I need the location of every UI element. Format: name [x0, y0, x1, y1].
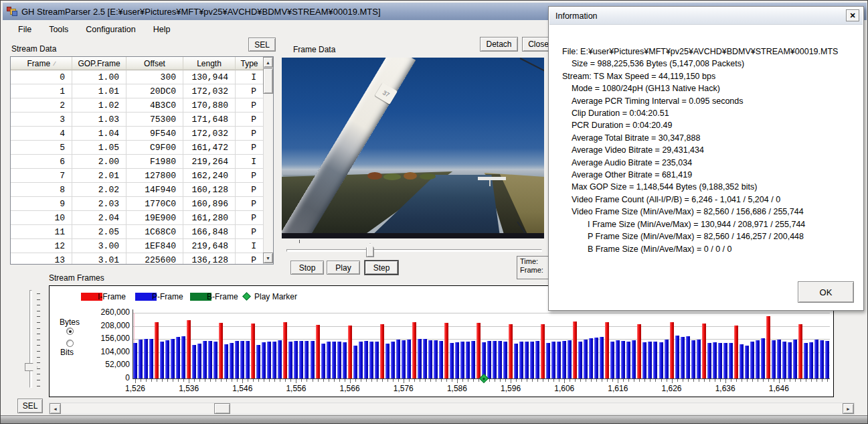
- frame-bar: [584, 340, 588, 378]
- table-row[interactable]: 11.0120DC0172,032P: [11, 84, 273, 98]
- play-button[interactable]: Play: [327, 261, 360, 275]
- info-line: File: E:¥user¥Pictures¥MFT¥pv25¥AVCHD¥BD…: [562, 46, 858, 58]
- table-body: 01.00300130,944I11.0120DC0172,032P21.024…: [11, 70, 273, 265]
- x-axis-tick-label: 1,556: [278, 384, 313, 393]
- table-cell: 6: [11, 155, 72, 169]
- frame-bar: [665, 340, 669, 378]
- table-cell: 1.00: [72, 70, 126, 84]
- menu-configuration[interactable]: Configuration: [77, 22, 144, 37]
- frame-bar: [407, 340, 411, 378]
- table-cell: P: [236, 253, 264, 265]
- zoom-slider-thumb[interactable]: [25, 363, 37, 371]
- table-cell: 1770C0: [126, 197, 183, 211]
- frame-bar: [246, 341, 250, 378]
- table-row[interactable]: 31.0375300171,648P: [11, 113, 273, 127]
- sel-button-bottom[interactable]: SEL: [17, 399, 43, 413]
- table-row[interactable]: 123.001EF840219,648I: [11, 239, 273, 253]
- x-axis-tick-label: 1,526: [118, 384, 153, 393]
- x-axis-tick-label: 1,626: [655, 384, 689, 393]
- table-row[interactable]: 102.0419E900161,280P: [11, 211, 273, 225]
- table-row[interactable]: 82.0214F940160,128P: [11, 183, 273, 197]
- frame-bar: [702, 324, 706, 378]
- table-cell: 161,472: [183, 141, 236, 155]
- frame-bar: [594, 338, 598, 378]
- chart-scrollbar-thumb[interactable]: [214, 403, 230, 414]
- menu-file[interactable]: File: [9, 22, 40, 37]
- detach-button[interactable]: Detach: [480, 37, 518, 52]
- column-header-length[interactable]: Length: [183, 57, 236, 70]
- stream-data-label: Stream Data: [11, 44, 56, 54]
- frame-bar: [359, 342, 363, 378]
- dialog-title-bar[interactable]: Information: [549, 7, 863, 25]
- frame-bar: [316, 325, 320, 378]
- frame-bar: [697, 340, 701, 378]
- frame-bar: [616, 340, 620, 378]
- scroll-left-button[interactable]: ◄: [50, 403, 61, 414]
- table-cell: 225600: [126, 253, 183, 265]
- table-cell: 9F540: [126, 127, 183, 141]
- zoom-slider[interactable]: [29, 290, 32, 388]
- scroll-up-button[interactable]: ▲: [263, 57, 273, 68]
- sel-button-top[interactable]: SEL: [248, 38, 276, 52]
- scrollbar-thumb[interactable]: [263, 68, 273, 94]
- frame-bar: [203, 341, 207, 378]
- frame-bar: [723, 343, 727, 378]
- table-row[interactable]: 21.024B3C0170,880P: [11, 98, 273, 113]
- chart-scrollbar[interactable]: ◄ ►: [49, 403, 855, 415]
- stream-frames-label: Stream Frames: [49, 273, 104, 283]
- frame-bar: [375, 342, 379, 378]
- frame-bar: [412, 322, 416, 378]
- window-resize-border[interactable]: [1, 415, 868, 424]
- table-cell: F1980: [126, 155, 183, 169]
- stream-data-table: Frame∕GOP.FrameOffsetLengthType 01.00300…: [10, 56, 274, 265]
- frame-bar: [756, 340, 760, 378]
- frame-bar: [782, 342, 786, 378]
- frame-bar: [450, 343, 454, 378]
- table-cell: 0: [11, 70, 72, 84]
- y-axis-tick-label: 156,000: [68, 334, 130, 343]
- video-bottom-strip: [282, 233, 544, 238]
- table-cell: 1.03: [72, 113, 126, 127]
- column-header-gopframe[interactable]: GOP.Frame: [72, 57, 126, 70]
- window-title: GH StreamParser 2.5 [E:¥user¥Pictures¥MF…: [21, 7, 381, 17]
- table-row[interactable]: 01.00300130,944I: [11, 70, 273, 84]
- table-row[interactable]: 112.051C68C0166,848P: [11, 225, 273, 239]
- frame-bar: [546, 343, 550, 378]
- frame-bar: [230, 343, 234, 378]
- info-line: Average Other Bitrate = 681,419: [562, 169, 858, 181]
- menu-tools[interactable]: Tools: [40, 22, 77, 37]
- table-row[interactable]: 41.049F540172,032P: [11, 127, 273, 141]
- scroll-right-button[interactable]: ►: [843, 403, 854, 414]
- frame-bar: [804, 343, 808, 378]
- frame-bar: [637, 324, 641, 378]
- column-header-frame[interactable]: Frame∕: [11, 57, 72, 70]
- frame-bar: [509, 324, 513, 378]
- table-row[interactable]: 133.01225600136,128P: [11, 253, 273, 265]
- scroll-down-button[interactable]: ▼: [263, 253, 273, 263]
- column-header-offset[interactable]: Offset: [126, 57, 183, 70]
- y-axis-tick-label: 260,000: [68, 307, 130, 317]
- dialog-close-button[interactable]: ✕: [846, 9, 859, 21]
- menu-help[interactable]: Help: [145, 22, 179, 37]
- seek-slider-thumb[interactable]: [366, 243, 374, 257]
- x-axis-tick-label: 1,636: [708, 384, 743, 393]
- table-row[interactable]: 51.05C9F00161,472P: [11, 141, 273, 155]
- frame-bar: [455, 342, 459, 378]
- table-cell: 13: [11, 253, 72, 265]
- step-button[interactable]: Step: [365, 261, 398, 275]
- seek-slider[interactable]: [286, 249, 542, 252]
- table-cell: 5: [11, 141, 72, 155]
- column-header-type[interactable]: Type: [236, 57, 264, 70]
- stop-button[interactable]: Stop: [290, 261, 324, 275]
- frame-bar: [632, 340, 636, 378]
- info-line: P Frame Size (Min/Ave/Max) = 82,560 / 14…: [562, 230, 858, 242]
- ok-button[interactable]: OK: [798, 281, 854, 303]
- table-row[interactable]: 62.00F1980219,264I: [11, 155, 273, 169]
- table-scrollbar[interactable]: ▲ ▼: [263, 57, 273, 264]
- table-row[interactable]: 72.01127800162,240P: [11, 169, 273, 183]
- table-cell: 2.01: [72, 169, 126, 183]
- frame-bar: [262, 342, 266, 378]
- info-line: Clip Duration = 0:04:20.51: [562, 107, 858, 119]
- right-arrow-icon: ►: [846, 407, 851, 411]
- table-row[interactable]: 92.031770C0160,896P: [11, 197, 273, 211]
